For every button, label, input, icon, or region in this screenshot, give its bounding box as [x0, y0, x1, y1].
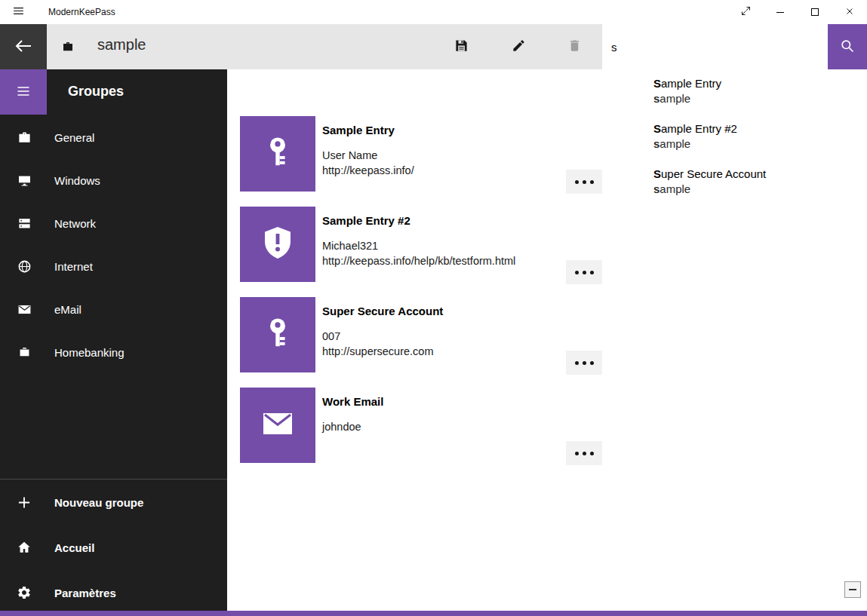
search-suggestion[interactable]: Super Secure Account sample — [644, 161, 828, 207]
zoom-out-button[interactable] — [844, 581, 861, 598]
more-options-button[interactable] — [566, 351, 602, 375]
plus-icon — [17, 495, 32, 510]
search-icon — [840, 38, 855, 56]
sidebar-item-internet[interactable]: Internet — [0, 245, 227, 288]
save-button[interactable] — [443, 29, 479, 65]
sidebar-bottom: Nouveau groupe Accueil Paramètres — [0, 479, 227, 611]
groups-heading: Groupes — [68, 84, 124, 100]
search-input[interactable] — [602, 24, 828, 69]
sidebar-item-windows[interactable]: Windows — [0, 159, 227, 202]
suggestion-title: Super Secure Account — [653, 167, 819, 182]
entry-title: Super Secure Account — [322, 304, 566, 318]
sidebar-item-label: Windows — [54, 174, 100, 187]
trash-icon — [567, 38, 582, 55]
search-suggestion[interactable]: Sample Entry #2 sample — [644, 116, 828, 161]
maximize-icon — [811, 8, 819, 16]
entry-url: http://keepass.info/help/kb/testform.htm… — [322, 253, 566, 268]
server-icon — [17, 216, 32, 231]
suggestion-subtitle: sample — [653, 91, 819, 106]
app-title: ModernKeePass — [48, 7, 115, 17]
sidebar-item-homebanking[interactable]: Homebanking — [0, 331, 227, 374]
maximize-button[interactable] — [798, 0, 832, 24]
entry-text: Super Secure Account 007 http://supersec… — [315, 297, 566, 372]
sidebar: Groupes General Windows Network Internet — [0, 69, 227, 611]
delete-button[interactable] — [556, 29, 592, 65]
bottom-accent-strip — [0, 611, 867, 616]
briefcase-icon — [17, 130, 32, 145]
entry-row[interactable]: Sample Entry #2 Michael321 http://keepas… — [240, 207, 602, 282]
sidebar-item-label: Accueil — [54, 541, 94, 554]
monitor-icon — [17, 173, 32, 188]
entry-username: User Name — [322, 148, 566, 163]
sidebar-item-network[interactable]: Network — [0, 202, 227, 245]
ellipsis-icon — [573, 361, 595, 365]
suggestion-title: Sample Entry #2 — [653, 121, 819, 136]
entry-username: johndoe — [322, 419, 566, 434]
entry-row[interactable]: Super Secure Account 007 http://supersec… — [240, 297, 602, 372]
globe-icon — [17, 259, 32, 274]
hamburger-icon — [16, 84, 31, 101]
minimize-icon — [776, 12, 784, 13]
database-title: sample — [97, 36, 146, 54]
entry-text: Sample Entry User Name http://keepass.in… — [315, 116, 566, 192]
shield-warning-icon — [260, 225, 296, 264]
database-briefcase-icon — [62, 41, 74, 56]
key-icon — [260, 316, 295, 354]
sidebar-item-settings[interactable]: Paramètres — [0, 570, 227, 611]
minus-icon — [849, 589, 856, 590]
edit-button[interactable] — [500, 29, 536, 65]
fullscreen-icon — [740, 5, 752, 19]
fullscreen-button[interactable] — [728, 0, 763, 24]
sidebar-item-general[interactable]: General — [0, 116, 227, 159]
window-controls — [728, 0, 867, 24]
envelope-icon — [260, 406, 296, 445]
entry-username: 007 — [322, 329, 566, 344]
app-header: sample — [0, 24, 867, 69]
pencil-icon — [512, 38, 526, 55]
sidebar-item-label: Homebanking — [54, 346, 125, 359]
sidebar-item-label: Network — [54, 217, 96, 230]
more-options-button[interactable] — [566, 170, 602, 194]
save-icon — [454, 38, 469, 55]
envelope-icon — [17, 302, 32, 317]
app-window: { "colors": { "accent": "#744da9", "side… — [0, 0, 867, 616]
more-options-button[interactable] — [566, 441, 602, 465]
search-suggestions-panel: Sample Entry sample Sample Entry #2 samp… — [644, 69, 828, 208]
entry-tile — [240, 116, 315, 192]
ellipsis-icon — [573, 452, 595, 455]
titlebar: ModernKeePass — [0, 0, 867, 24]
close-icon — [844, 6, 855, 19]
close-button[interactable] — [832, 0, 867, 24]
suggestion-subtitle: sample — [653, 136, 819, 152]
suggestion-title: Sample Entry — [653, 76, 819, 91]
entry-row[interactable]: Work Email johndoe — [240, 388, 602, 463]
entry-row[interactable]: Sample Entry User Name http://keepass.in… — [240, 116, 602, 192]
entry-title: Sample Entry — [322, 123, 566, 137]
bank-icon — [17, 345, 32, 360]
sidebar-item-home[interactable]: Accueil — [0, 525, 227, 570]
entry-text: Work Email johndoe — [315, 388, 566, 463]
sidebar-item-email[interactable]: eMail — [0, 288, 227, 331]
more-options-button[interactable] — [566, 260, 602, 284]
hamburger-icon — [12, 5, 25, 20]
sidebar-hamburger-button[interactable] — [0, 69, 47, 115]
ellipsis-icon — [573, 180, 595, 184]
search-button[interactable] — [828, 24, 867, 69]
suggestion-subtitle: sample — [653, 182, 819, 197]
home-icon — [17, 540, 32, 555]
entry-tile — [240, 388, 315, 463]
sidebar-item-label: Nouveau groupe — [54, 496, 143, 509]
search-suggestion[interactable]: Sample Entry sample — [644, 71, 828, 116]
entry-tile — [240, 297, 315, 372]
titlebar-menu-button[interactable] — [0, 0, 36, 24]
entry-title: Sample Entry #2 — [322, 213, 566, 228]
entry-tile — [240, 207, 315, 282]
sidebar-item-label: Internet — [54, 260, 93, 273]
sidebar-item-new-group[interactable]: Nouveau groupe — [0, 480, 227, 525]
entry-username: Michael321 — [322, 238, 566, 253]
back-button[interactable] — [0, 24, 47, 69]
sidebar-item-label: eMail — [54, 303, 81, 316]
minimize-button[interactable] — [763, 0, 798, 24]
key-icon — [260, 135, 295, 173]
ellipsis-icon — [573, 271, 595, 274]
